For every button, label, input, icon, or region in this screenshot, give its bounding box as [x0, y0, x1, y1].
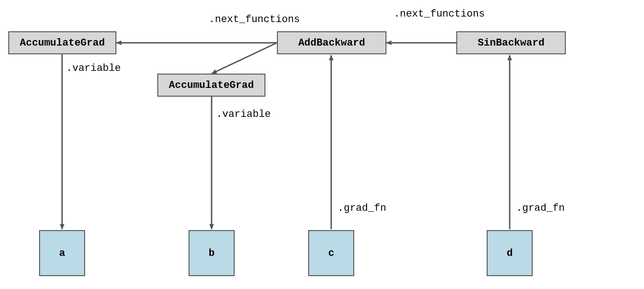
label-next-functions-sin: .next_functions — [394, 8, 485, 20]
var-c: c — [308, 230, 354, 276]
var-a: a — [39, 230, 85, 276]
node-accumulate-grad-a: AccumulateGrad — [8, 31, 116, 54]
label-grad-fn-c: .grad_fn — [338, 202, 386, 214]
label-next-functions-add: .next_functions — [209, 14, 300, 25]
var-b: b — [189, 230, 235, 276]
node-add-backward: AddBackward — [277, 31, 386, 54]
label-grad-fn-d: .grad_fn — [516, 202, 565, 214]
label-variable-b: .variable — [216, 109, 271, 120]
var-d: d — [487, 230, 533, 276]
node-accumulate-grad-b: AccumulateGrad — [157, 74, 265, 97]
label-variable-a: .variable — [66, 63, 121, 74]
node-sin-backward: SinBackward — [456, 31, 566, 54]
svg-line-2 — [212, 43, 277, 74]
